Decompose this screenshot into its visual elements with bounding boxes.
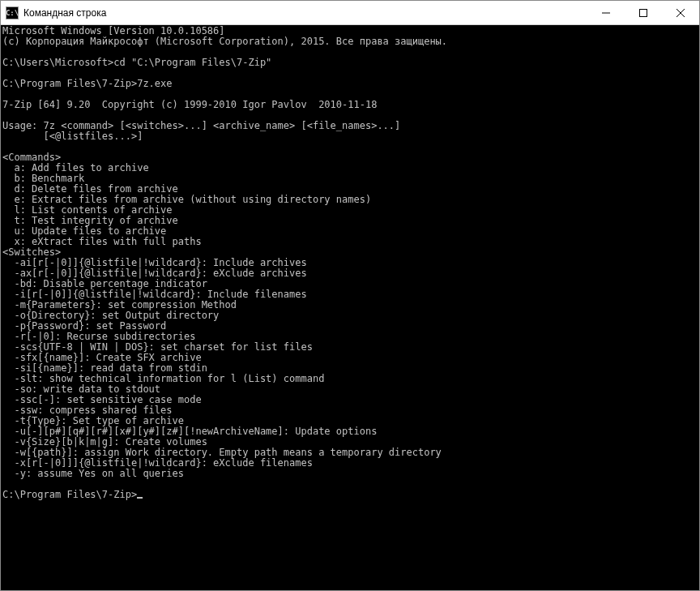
svg-rect-1 bbox=[640, 9, 647, 16]
terminal-line: x: eXtract files with full paths bbox=[2, 237, 698, 247]
terminal-line bbox=[2, 142, 698, 152]
terminal-output[interactable]: Microsoft Windows [Version 10.0.10586](с… bbox=[1, 25, 699, 590]
titlebar[interactable]: C:\ Командная строка bbox=[1, 1, 699, 25]
command-prompt-window: C:\ Командная строка Microsoft Windows [… bbox=[0, 0, 700, 591]
app-icon: C:\ bbox=[6, 6, 19, 19]
terminal-line: C:\Program Files\7-Zip>7z.exe bbox=[2, 79, 698, 89]
minimize-button[interactable] bbox=[587, 1, 625, 24]
window-title: Командная строка bbox=[23, 7, 587, 19]
terminal-line: (с) Корпорация Майкрософт (Microsoft Cor… bbox=[2, 36, 698, 47]
terminal-line: -y: assume Yes on all queries bbox=[2, 469, 698, 479]
close-button[interactable] bbox=[662, 1, 699, 24]
cursor bbox=[137, 497, 143, 499]
maximize-button[interactable] bbox=[625, 1, 662, 24]
terminal-line: a: Add files to archive bbox=[2, 163, 698, 173]
terminal-line: C:\Users\Microsoft>cd "C:\Program Files\… bbox=[2, 58, 698, 68]
close-icon bbox=[677, 9, 685, 17]
app-icon-text: C:\ bbox=[6, 9, 19, 17]
maximize-icon bbox=[639, 9, 647, 17]
terminal-line: C:\Program Files\7-Zip> bbox=[2, 490, 698, 500]
terminal-line: [<@listfiles...>] bbox=[2, 131, 698, 142]
window-controls bbox=[587, 1, 699, 24]
minimize-icon bbox=[602, 9, 610, 17]
terminal-line: 7-Zip [64] 9.20 Copyright (c) 1999-2010 … bbox=[2, 100, 698, 110]
